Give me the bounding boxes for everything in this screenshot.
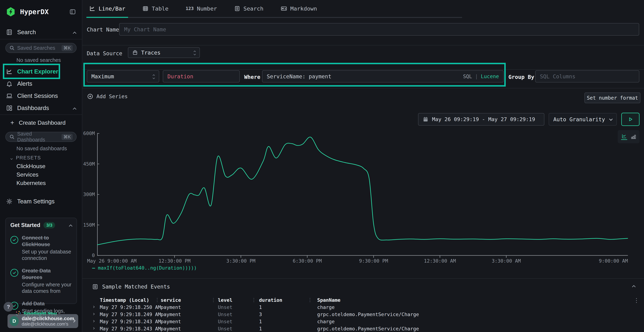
event-cell-service[interactable]: payment bbox=[161, 326, 181, 332]
main-content: Line/Bar Table 123 Number bbox=[82, 0, 644, 332]
no-saved-searches-note: No saved searches bbox=[16, 57, 61, 63]
event-cell-span[interactable]: grpc.oteldemo.PaymentService/Charge bbox=[317, 312, 419, 317]
event-cell-ts[interactable]: May 27 9:29:18.243 AM bbox=[100, 326, 161, 332]
tab-line-bar[interactable]: Line/Bar bbox=[86, 0, 128, 17]
sidebar-item-team-settings[interactable]: Team Settings bbox=[0, 196, 82, 206]
chevron-up-icon[interactable] bbox=[70, 222, 72, 228]
saved-searches-placeholder: Saved Searches bbox=[17, 45, 55, 51]
event-cell-duration[interactable]: 1 bbox=[259, 319, 262, 324]
chevron-up-icon[interactable] bbox=[73, 105, 76, 112]
event-cell-duration[interactable]: 1 bbox=[259, 326, 262, 332]
date-range-picker[interactable]: May 26 09:29:19 - May 27 09:29:19 bbox=[418, 113, 544, 126]
event-cell-level[interactable]: Unset bbox=[218, 319, 232, 324]
col-header-timestamp[interactable]: Timestamp (Local) bbox=[100, 297, 149, 303]
event-cell-service[interactable]: payment bbox=[161, 304, 181, 310]
line-chart[interactable] bbox=[97, 132, 628, 260]
bar-view-toggle[interactable] bbox=[631, 134, 636, 139]
get-started-item[interactable]: Connect to ClickHouse Set up your databa… bbox=[10, 234, 72, 261]
sample-events-header: Sample Matched Events bbox=[92, 284, 170, 290]
sidebar-item-alerts[interactable]: Alerts bbox=[0, 79, 82, 89]
presets-toggle[interactable]: PRESETS bbox=[0, 154, 82, 162]
expand-row-chevron[interactable] bbox=[93, 305, 94, 308]
data-source-label: Data Source bbox=[87, 50, 122, 56]
help-button[interactable]: ? bbox=[4, 302, 13, 312]
get-started-item[interactable]: Create Data Sources Configure where your… bbox=[10, 268, 72, 294]
event-cell-ts[interactable]: May 27 9:29:18.250 AM bbox=[100, 304, 161, 310]
where-input[interactable]: ServiceName: payment SQL | Lucene bbox=[262, 70, 504, 82]
bell-icon bbox=[6, 80, 12, 87]
search-icon bbox=[9, 45, 15, 50]
event-cell-service[interactable]: payment bbox=[161, 319, 181, 324]
tab-number[interactable]: 123 Number bbox=[183, 0, 220, 17]
sql-mode-toggle[interactable]: SQL bbox=[463, 74, 472, 80]
sidebar-item-label: Team Settings bbox=[17, 198, 54, 205]
expand-row-chevron[interactable] bbox=[93, 312, 94, 316]
lucene-mode-toggle[interactable]: Lucene bbox=[481, 74, 499, 80]
aggregation-value: Maximum bbox=[92, 73, 114, 80]
event-cell-level[interactable]: Unset bbox=[218, 304, 232, 310]
column-resize-handle[interactable]: ⋮ bbox=[211, 297, 216, 303]
col-header-duration[interactable]: duration bbox=[259, 297, 282, 303]
x-axis-tick-label: May 26 9:00:00 AM bbox=[87, 258, 136, 264]
field-select[interactable]: Duration bbox=[163, 70, 240, 82]
preset-services[interactable]: Services bbox=[0, 170, 82, 179]
expand-row-chevron[interactable] bbox=[93, 320, 94, 323]
run-query-button[interactable] bbox=[621, 113, 640, 126]
expand-row-chevron[interactable] bbox=[93, 327, 94, 330]
sidebar-item-client-sessions[interactable]: Client Sessions bbox=[0, 91, 82, 101]
add-series-button[interactable]: Add Series bbox=[87, 94, 128, 100]
sidebar-item-chart-explorer[interactable]: Chart Explorer bbox=[0, 66, 82, 76]
check-circle-icon bbox=[10, 236, 18, 244]
add-series-label: Add Series bbox=[96, 94, 128, 100]
sidebar-item-label: Search bbox=[17, 29, 36, 36]
tab-label: Markdown bbox=[290, 5, 317, 12]
preset-kubernetes[interactable]: Kubernetes bbox=[0, 179, 82, 187]
event-cell-span[interactable]: charge bbox=[317, 319, 335, 324]
create-dashboard-button[interactable]: + Create Dashboard bbox=[0, 118, 82, 128]
saved-searches-input[interactable]: Saved Searches ⌘K bbox=[5, 43, 76, 53]
y-axis-tick-label: 0 bbox=[82, 252, 95, 258]
event-cell-service[interactable]: payment bbox=[161, 312, 181, 317]
preset-label: ClickHouse bbox=[16, 163, 46, 170]
granularity-select[interactable]: Auto Granularity bbox=[549, 113, 617, 126]
laptop-icon bbox=[6, 93, 12, 99]
column-resize-handle[interactable]: ⋮ bbox=[155, 297, 160, 303]
sidebar-item-search[interactable]: Search bbox=[0, 27, 82, 37]
saved-dashboards-input[interactable]: Saved Dashboards ⌘K bbox=[5, 132, 76, 142]
column-resize-handle[interactable]: ⋮ bbox=[308, 297, 312, 303]
event-cell-ts[interactable]: May 27 9:29:18.249 AM bbox=[100, 312, 161, 317]
divider bbox=[82, 70, 644, 70]
user-menu[interactable]: D dale@clickhouse.com dale@clickhouse.co… bbox=[8, 314, 78, 328]
data-source-select[interactable]: Traces bbox=[128, 47, 200, 58]
event-cell-ts[interactable]: May 27 9:29:18.243 AM bbox=[100, 319, 161, 324]
chart-legend[interactable]: — maxIf(toFloat640..ng(Duration))))) bbox=[92, 265, 197, 271]
preset-label: Kubernetes bbox=[16, 180, 46, 186]
aggregation-select[interactable]: Maximum bbox=[87, 70, 159, 82]
x-axis-tick-label: 12:30:00 PM bbox=[158, 258, 190, 264]
preset-clickhouse[interactable]: ClickHouse bbox=[0, 162, 82, 170]
event-cell-level[interactable]: Unset bbox=[218, 326, 232, 332]
chart-name-input[interactable] bbox=[124, 26, 634, 32]
sidebar-collapse-icon[interactable] bbox=[70, 8, 76, 15]
event-cell-span[interactable]: grpc.oteldemo.PaymentService/Charge bbox=[317, 326, 419, 332]
event-cell-duration[interactable]: 1 bbox=[259, 304, 262, 310]
col-header-level[interactable]: level bbox=[218, 297, 232, 303]
chart-name-field[interactable] bbox=[119, 23, 639, 36]
event-cell-span[interactable]: charge bbox=[317, 304, 335, 310]
sidebar-item-dashboards[interactable]: Dashboards bbox=[0, 103, 82, 113]
column-resize-handle[interactable]: ⋮ bbox=[251, 297, 256, 303]
tab-table[interactable]: Table bbox=[140, 0, 171, 17]
chevron-up-icon[interactable] bbox=[73, 29, 76, 36]
tab-search[interactable]: Search bbox=[231, 0, 266, 17]
collapse-events-chevron[interactable] bbox=[632, 285, 635, 288]
group-by-field[interactable] bbox=[535, 70, 639, 82]
event-cell-level[interactable]: Unset bbox=[218, 312, 232, 317]
event-cell-duration[interactable]: 3 bbox=[259, 312, 262, 317]
col-header-spanname[interactable]: SpanName bbox=[317, 297, 340, 303]
group-by-input[interactable] bbox=[540, 73, 635, 80]
tab-markdown[interactable]: Markdown bbox=[278, 0, 320, 17]
table-options-icon[interactable]: ⋮ bbox=[634, 297, 639, 304]
chart-name-label: Chart Name bbox=[87, 26, 119, 33]
set-number-format-button[interactable]: Set number format bbox=[584, 92, 640, 103]
col-header-service[interactable]: service bbox=[161, 297, 181, 303]
